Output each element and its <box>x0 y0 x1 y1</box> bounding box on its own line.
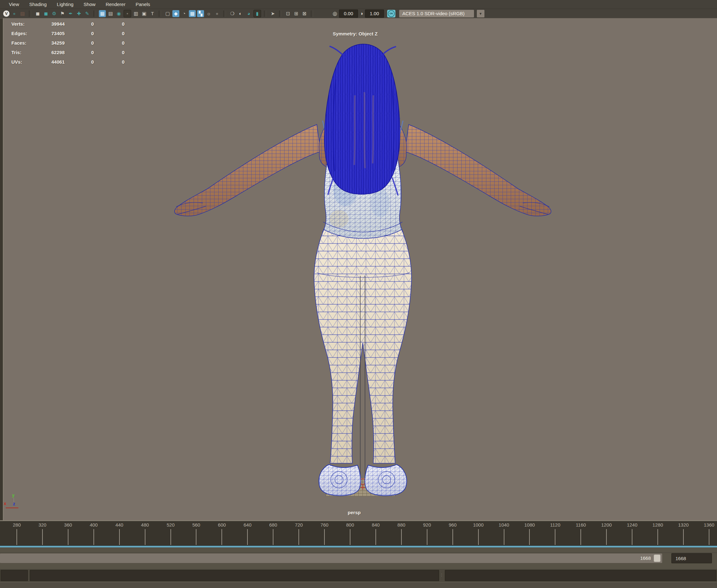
command-line-input[interactable] <box>30 570 439 581</box>
range-slider[interactable]: 1668 <box>0 553 662 563</box>
greasepencil-icon[interactable]: ⊠ <box>301 10 308 17</box>
image-plane-icon[interactable]: ✒ <box>67 10 74 17</box>
motion-blur-icon[interactable]: ◐ <box>237 10 244 17</box>
timeline-tick-line <box>657 529 658 545</box>
menu-lighting[interactable]: Lighting <box>52 1 78 7</box>
character-model-canvas[interactable] <box>0 18 717 521</box>
range-slider-handle[interactable] <box>654 554 661 562</box>
timeline-tick[interactable]: 600 <box>217 522 227 545</box>
timeline-tick[interactable]: 1240 <box>627 522 637 545</box>
timeline-tick[interactable]: 280 <box>12 522 22 545</box>
timeline-tick[interactable]: 440 <box>114 522 125 545</box>
camera-attributes-icon[interactable]: ⚙ <box>51 10 58 17</box>
snapshot-icon[interactable]: ⊡ <box>285 10 291 17</box>
axis-z-label: z <box>13 501 15 506</box>
gate-mask-icon[interactable]: ▪ <box>124 10 131 17</box>
timeline-tick[interactable]: 1160 <box>575 522 586 545</box>
pencil-icon[interactable]: ✎ <box>84 10 90 17</box>
timeline-tick[interactable]: 400 <box>88 522 99 545</box>
timeline-tick[interactable]: 920 <box>422 522 432 545</box>
toolbar-separator[interactable] <box>311 10 313 17</box>
gamma-field[interactable]: 1.00 <box>365 9 384 18</box>
timeline-tick[interactable]: 1320 <box>678 522 689 545</box>
shadows-icon[interactable]: ● <box>213 10 221 17</box>
timeline-tick-line <box>375 529 376 545</box>
timeline-tick-label: 920 <box>423 522 431 528</box>
timeline-tick[interactable]: 1120 <box>550 522 560 545</box>
timeline-tick[interactable]: 560 <box>191 522 202 545</box>
menu-panels[interactable]: Panels <box>131 1 155 7</box>
timeline-tick[interactable]: 880 <box>396 522 407 545</box>
camera-icon[interactable]: ◼ <box>34 10 41 17</box>
timeline-tick[interactable]: 640 <box>242 522 253 545</box>
marquee-select-icon[interactable]: ➤ <box>269 10 276 17</box>
timeline-tick[interactable]: 1080 <box>524 522 535 545</box>
resolution-gate-icon[interactable]: ◉ <box>115 10 122 17</box>
anti-alias-icon[interactable]: ◕ <box>245 10 252 17</box>
field-chart-icon[interactable]: ▥ <box>132 10 139 17</box>
timeline-tick[interactable]: 1200 <box>601 522 612 545</box>
timeline-tick[interactable]: 1280 <box>652 522 663 545</box>
toolbar-separator[interactable] <box>223 10 226 17</box>
menu-view[interactable]: View <box>4 1 23 7</box>
menu-renderer[interactable]: Renderer <box>101 1 130 7</box>
toolbar-separator[interactable] <box>279 10 282 17</box>
use-default-material-icon[interactable]: ▚ <box>197 10 204 17</box>
toolbar-separator[interactable] <box>264 10 266 17</box>
timeline-tick-line <box>606 529 607 545</box>
poly-count-row: Edges: 73405 0 0 <box>12 31 124 40</box>
timeline-tick[interactable]: 1040 <box>499 522 510 545</box>
wireframe-on-shaded-icon[interactable]: ◔ <box>181 10 188 17</box>
timeline-tick[interactable]: 800 <box>345 522 355 545</box>
timeline-tick[interactable]: 680 <box>268 522 279 545</box>
grid-icon[interactable]: ▦ <box>99 10 106 17</box>
camera-lock-icon[interactable]: ◼ <box>42 10 49 17</box>
timeline-tick-label: 720 <box>295 522 303 528</box>
stat-value: 44061 <box>39 59 65 65</box>
toolbar-separator[interactable] <box>29 10 32 17</box>
timeline-tick[interactable]: 1000 <box>473 522 484 545</box>
vray-icon[interactable]: V <box>3 10 9 17</box>
poly-count-row: UVs: 44061 0 0 <box>12 59 124 69</box>
textured-cube-icon[interactable]: ▩ <box>189 10 196 17</box>
isolate-select-icon[interactable]: ▮ <box>253 10 261 17</box>
toolbar-separator[interactable] <box>159 10 161 17</box>
colorspace-dropdown[interactable]: ACES 1.0 SDR-video (sRGB) <box>399 10 474 17</box>
timeline-tick[interactable]: 480 <box>140 522 150 545</box>
bookmark-icon[interactable]: ⚑ <box>59 10 66 17</box>
time-slider[interactable]: 280 320 360 400 <box>0 521 717 546</box>
ipr-sphere-icon[interactable]: ● <box>11 10 18 17</box>
safe-title-icon[interactable]: T <box>149 10 156 17</box>
color-management-toggle[interactable]: ON <box>387 10 395 17</box>
ao-sphere-icon[interactable]: ❍ <box>229 10 236 17</box>
stat-selected: 0 <box>65 40 94 46</box>
stat-label: Verts: <box>12 21 39 27</box>
timeline-tick[interactable]: 840 <box>370 522 381 545</box>
timeline-tick[interactable]: 520 <box>165 522 176 545</box>
timeline-tick[interactable]: 320 <box>37 522 48 545</box>
timeline-tick[interactable]: 720 <box>293 522 304 545</box>
timeline-tick[interactable]: 360 <box>63 522 74 545</box>
timeline-tick[interactable]: 1360 <box>704 522 715 545</box>
safe-action-icon[interactable]: ▣ <box>141 10 148 17</box>
menu-shading[interactable]: Shading <box>25 1 51 7</box>
snapshot-multi-icon[interactable]: ⊞ <box>293 10 300 17</box>
timeline-tick[interactable]: 960 <box>447 522 458 545</box>
toolbar-separator[interactable] <box>94 10 96 17</box>
select-camera-icon[interactable]: ✚ <box>76 10 82 17</box>
colorspace-dropdown-arrow[interactable]: ▼ <box>477 10 485 17</box>
clapper-icon[interactable]: ▤ <box>19 10 26 17</box>
film-gate-icon[interactable]: ▤ <box>107 10 114 17</box>
lights-icon[interactable]: ☼ <box>205 10 212 17</box>
viewport-3d[interactable]: Verts: 39944 0 0 Edges: 73405 0 0 Faces:… <box>0 18 717 521</box>
exposure-field[interactable]: 0.00 <box>339 9 358 18</box>
shaded-cube-icon[interactable]: ◆ <box>172 10 179 17</box>
wireframe-cube-icon[interactable]: ▢ <box>164 10 171 17</box>
animation-end-field[interactable]: 1668 <box>671 553 712 563</box>
command-line-language-box[interactable] <box>1 570 28 581</box>
menu-show[interactable]: Show <box>79 1 100 7</box>
timeline-tick[interactable]: 760 <box>319 522 330 545</box>
timeline-tick-line <box>427 529 427 545</box>
stat-component: 0 <box>94 21 124 27</box>
command-line-result[interactable] <box>445 570 716 581</box>
